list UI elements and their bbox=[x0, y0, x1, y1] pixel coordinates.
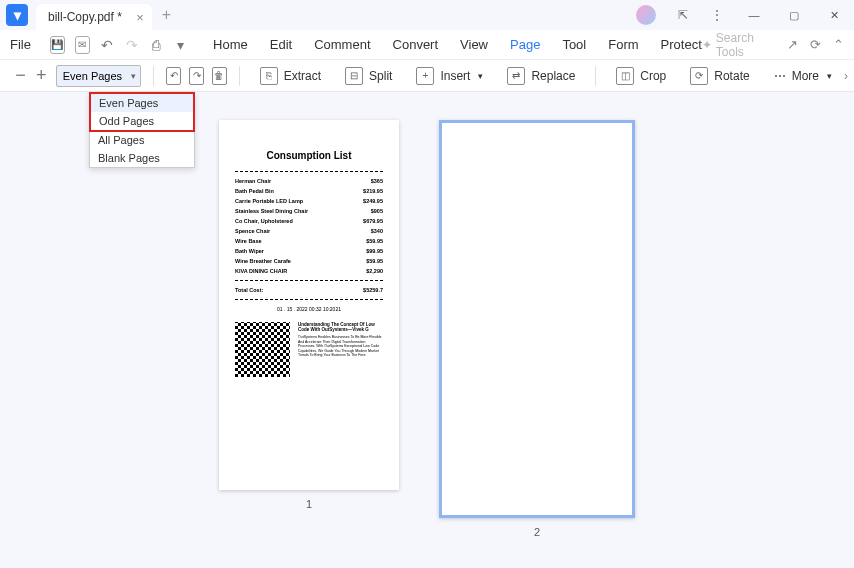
right-actions: ↗ ⟳ ⌃ bbox=[787, 37, 844, 52]
replace-icon: ⇄ bbox=[507, 67, 525, 85]
chevron-down-icon: ▾ bbox=[827, 71, 832, 81]
file-menu[interactable]: File bbox=[10, 37, 31, 52]
qr-code bbox=[235, 322, 290, 377]
replace-button[interactable]: ⇄Replace bbox=[499, 67, 583, 85]
split-icon: ⊟ bbox=[345, 67, 363, 85]
page-filter-dropdown: Even Pages Odd Pages All Pages Blank Pag… bbox=[89, 92, 195, 168]
page-number-2: 2 bbox=[534, 526, 540, 538]
save-icon[interactable]: 💾 bbox=[50, 36, 65, 54]
new-tab-button[interactable]: + bbox=[162, 6, 171, 24]
page-filter-select[interactable]: Even Pages bbox=[56, 65, 142, 87]
separator bbox=[239, 66, 240, 86]
page-number-1: 1 bbox=[306, 498, 312, 510]
divider bbox=[235, 171, 383, 172]
rotate-left-icon[interactable]: ↶ bbox=[166, 67, 181, 85]
line-item: Stainless Steel Dining Chair$905 bbox=[235, 208, 383, 214]
rotate-button[interactable]: ⟳Rotate bbox=[682, 67, 757, 85]
page-thumbnail-1[interactable]: Consumption List Herman Chair$365Bath Pe… bbox=[219, 120, 399, 568]
doc-title: Consumption List bbox=[235, 150, 383, 161]
delete-page-icon[interactable]: 🗑 bbox=[212, 67, 227, 85]
divider bbox=[235, 280, 383, 281]
extract-button[interactable]: ⎘Extract bbox=[252, 67, 329, 85]
scroll-right-icon[interactable]: › bbox=[844, 69, 848, 83]
desc-title: Understanding The Concept Of Low Code Wi… bbox=[298, 322, 383, 332]
redo-icon[interactable]: ↷ bbox=[124, 36, 139, 54]
divider bbox=[235, 299, 383, 300]
line-item: Bath Wiper$99.95 bbox=[235, 248, 383, 254]
line-item: Spence Chair$340 bbox=[235, 228, 383, 234]
menu-view[interactable]: View bbox=[460, 37, 488, 52]
undo-icon[interactable]: ↶ bbox=[100, 36, 115, 54]
insert-icon: + bbox=[416, 67, 434, 85]
rotate-icon: ⟳ bbox=[690, 67, 708, 85]
line-item: KIVA DINING CHAIR$2,290 bbox=[235, 268, 383, 274]
more-icon: ⋯ bbox=[774, 69, 786, 83]
more-button[interactable]: ⋯More▾ bbox=[766, 69, 840, 83]
line-item: Carrie Portable LED Lamp$249.95 bbox=[235, 198, 383, 204]
crop-button[interactable]: ◫Crop bbox=[608, 67, 674, 85]
zoom-out-icon[interactable]: − bbox=[14, 65, 27, 86]
title-bar: ▾ bill-Copy.pdf * × + ⇱ ⋮ — ▢ ✕ bbox=[0, 0, 854, 30]
line-item: Co Chair, Upholstered$679.95 bbox=[235, 218, 383, 224]
page-1-content: Consumption List Herman Chair$365Bath Pe… bbox=[219, 120, 399, 490]
close-window-icon[interactable]: ✕ bbox=[814, 0, 854, 30]
expand-icon[interactable]: ⌃ bbox=[833, 37, 844, 52]
menu-page[interactable]: Page bbox=[510, 37, 540, 52]
dd-all-pages[interactable]: All Pages bbox=[90, 131, 194, 149]
cloud-icon[interactable]: ⟳ bbox=[810, 37, 821, 52]
rotate-right-icon[interactable]: ↷ bbox=[189, 67, 204, 85]
page-2-content bbox=[439, 120, 635, 518]
menu-edit[interactable]: Edit bbox=[270, 37, 292, 52]
separator bbox=[595, 66, 596, 86]
total-value: $5259.7 bbox=[363, 287, 383, 293]
highlighted-options: Even Pages Odd Pages bbox=[89, 92, 195, 132]
line-item: Wire Base$59.95 bbox=[235, 238, 383, 244]
total-label: Total Cost: bbox=[235, 287, 263, 293]
doc-date: 01 . 15 . 2022 00:32 10:2021 bbox=[235, 306, 383, 312]
page-filter-value: Even Pages bbox=[63, 70, 122, 82]
menu-home[interactable]: Home bbox=[213, 37, 248, 52]
document-tab[interactable]: bill-Copy.pdf * × bbox=[36, 4, 152, 30]
close-tab-icon[interactable]: × bbox=[136, 10, 144, 25]
print-icon[interactable]: ⎙ bbox=[149, 36, 164, 54]
chevron-down-icon: ▾ bbox=[478, 71, 483, 81]
extract-icon: ⎘ bbox=[260, 67, 278, 85]
user-avatar[interactable] bbox=[636, 5, 656, 25]
main-menu: Home Edit Comment Convert View Page Tool… bbox=[213, 37, 702, 52]
dropdown-icon[interactable]: ▾ bbox=[174, 36, 189, 54]
dd-odd-pages[interactable]: Odd Pages bbox=[91, 112, 193, 130]
zoom-in-icon[interactable]: + bbox=[35, 65, 48, 86]
search-icon: ✦ bbox=[702, 38, 712, 52]
open-external-icon[interactable]: ↗ bbox=[787, 37, 798, 52]
share-icon[interactable]: ⇱ bbox=[668, 8, 698, 22]
desc-body: OutSystems Enables Businesses To Be More… bbox=[298, 335, 383, 358]
dd-blank-pages[interactable]: Blank Pages bbox=[90, 149, 194, 167]
maximize-icon[interactable]: ▢ bbox=[774, 0, 814, 30]
line-item: Wine Breather Carafe$59.95 bbox=[235, 258, 383, 264]
dd-even-pages[interactable]: Even Pages bbox=[91, 94, 193, 112]
app-icon: ▾ bbox=[6, 4, 28, 26]
page-thumbnail-2[interactable]: 2 bbox=[439, 120, 635, 568]
separator bbox=[153, 66, 154, 86]
mail-icon[interactable]: ✉ bbox=[75, 36, 90, 54]
kebab-menu-icon[interactable]: ⋮ bbox=[702, 8, 732, 22]
minimize-icon[interactable]: — bbox=[734, 0, 774, 30]
window-controls: ⇱ ⋮ — ▢ ✕ bbox=[636, 0, 854, 30]
split-button[interactable]: ⊟Split bbox=[337, 67, 400, 85]
menu-protect[interactable]: Protect bbox=[661, 37, 702, 52]
menu-comment[interactable]: Comment bbox=[314, 37, 370, 52]
menu-bar: File 💾 ✉ ↶ ↷ ⎙ ▾ Home Edit Comment Conve… bbox=[0, 30, 854, 60]
search-placeholder: Search Tools bbox=[716, 31, 769, 59]
line-item: Herman Chair$365 bbox=[235, 178, 383, 184]
page-ribbon: − + Even Pages ↶ ↷ 🗑 ⎘Extract ⊟Split +In… bbox=[0, 60, 854, 92]
menu-convert[interactable]: Convert bbox=[393, 37, 439, 52]
menu-form[interactable]: Form bbox=[608, 37, 638, 52]
line-item: Bath Pedal Bin$219.95 bbox=[235, 188, 383, 194]
menu-tool[interactable]: Tool bbox=[562, 37, 586, 52]
insert-button[interactable]: +Insert▾ bbox=[408, 67, 491, 85]
tab-title: bill-Copy.pdf * bbox=[48, 10, 122, 24]
search-tools[interactable]: ✦ Search Tools bbox=[702, 31, 769, 59]
crop-icon: ◫ bbox=[616, 67, 634, 85]
